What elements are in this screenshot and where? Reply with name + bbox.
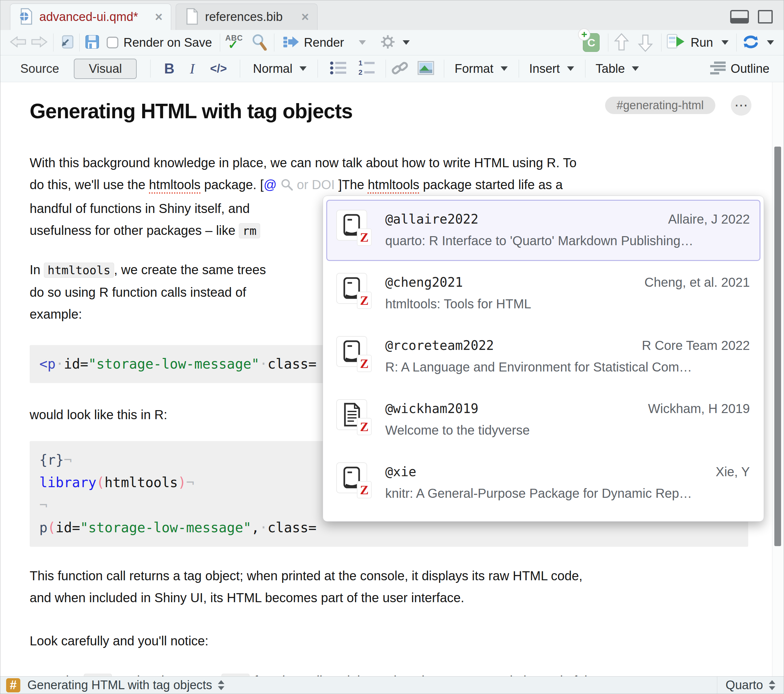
bold-button[interactable]: B [164,61,175,77]
save-icon[interactable] [85,35,100,51]
svg-text:1: 1 [359,60,362,67]
citation-title: R: A Language and Environment for Statis… [385,360,750,374]
rerun-options-caret-icon[interactable] [767,40,774,45]
citation-title: knitr: A General-Purpose Package for Dyn… [385,486,750,501]
status-section-title[interactable]: Generating HTML with tag objects [27,678,212,692]
zotero-badge: Z [357,481,372,498]
citation-placeholder: or DOI [297,178,338,192]
tab-label: advanced-ui.qmd* [40,10,138,24]
gear-icon[interactable] [380,34,395,51]
scrollbar-thumb[interactable] [774,146,781,546]
zotero-badge: Z [357,418,372,435]
citation-author-year: Allaire, J 2022 [668,212,750,227]
inline-code: rm [239,223,260,238]
quarto-file-icon [19,8,33,26]
open-in-new-window-icon[interactable] [59,35,74,51]
citation-title: Welcome to the tidyverse [385,423,750,437]
bullet-list-icon[interactable] [329,61,348,77]
citation-key: @allaire2022 [385,212,478,227]
format-caret-icon[interactable] [501,66,508,71]
go-next-chunk-icon[interactable] [637,33,654,53]
bullet-item: • The <p> tag has become a p() function … [43,669,772,677]
citation-author-year: R Core Team 2022 [642,338,750,353]
window-controls [730,10,773,23]
italic-button[interactable]: I [190,61,195,77]
maximize-pane-icon[interactable] [758,10,773,23]
insert-menu[interactable]: Insert [529,62,560,76]
misspelled-word: htmltools [149,178,201,192]
citation-author-year: Cheng, et al. 2021 [644,275,750,289]
forward-icon[interactable] [31,35,48,51]
tab-label: references.bib [205,10,283,24]
close-tab-icon[interactable]: × [155,10,163,24]
mode-label: Quarto [726,678,763,692]
tab-references-bib[interactable]: references.bib × [176,3,318,30]
file-icon [184,8,199,26]
reference-type-icon: Z [336,210,367,241]
citation-item[interactable]: Z @cheng2021 Cheng, et al. 2021 htmltool… [326,263,761,324]
numbered-list-icon[interactable]: 12 [358,60,376,77]
outline-icon[interactable] [710,61,726,76]
table-menu[interactable]: Table [596,62,625,76]
run-icon[interactable] [667,34,686,51]
render-icon[interactable] [283,35,300,50]
search-icon[interactable] [252,33,268,52]
outline-toggle[interactable]: Outline [731,62,769,76]
source-mode-button[interactable]: Source [20,62,59,76]
reference-type-icon: Z [336,462,367,493]
back-icon[interactable] [9,35,27,51]
reference-type-icon: Z [336,399,367,430]
citation-key: @rcoreteam2022 [385,338,494,353]
citation-item[interactable]: Z @allaire2022 Allaire, J 2022 quarto: R… [326,200,761,261]
link-icon[interactable] [391,59,408,78]
code-button[interactable]: </> [210,62,227,76]
vertical-scrollbar[interactable] [772,82,784,677]
citation-author-year: Xie, Y [716,465,750,479]
svg-text:2: 2 [359,68,362,76]
run-button[interactable]: Run [690,36,713,49]
go-previous-chunk-icon[interactable] [613,33,629,53]
gear-caret-icon[interactable] [403,40,410,45]
render-options-caret-icon[interactable] [359,40,366,45]
citation-at-sign: @ [264,178,277,192]
image-icon[interactable] [417,61,434,76]
visual-mode-button[interactable]: Visual [74,59,137,79]
citation-completion-popup: Z @allaire2022 Allaire, J 2022 quarto: R… [323,196,764,521]
spellcheck-icon[interactable]: ABC ✓ [225,34,243,51]
close-tab-icon[interactable]: × [301,10,309,24]
mode-selector-icon [769,680,775,690]
citation-key: @cheng2021 [385,275,463,289]
render-button[interactable]: Render [304,36,344,49]
table-caret-icon[interactable] [632,66,639,71]
citation-item[interactable]: Z @wickham2019 Wickham, H 2019 Welcome t… [326,389,761,451]
minimize-pane-icon[interactable] [730,10,749,23]
style-caret-icon[interactable] [300,66,306,71]
citation-title: htmltools: Tools for HTML [385,297,750,311]
format-toolbar: Source Visual B I </> Normal 12 Format I… [0,56,784,82]
bullet-marker: • [43,669,58,677]
paragraph-5: Look carefully and you'll notice: [30,630,772,652]
section-id-badge: #generating-html [605,97,715,114]
main-toolbar: Render on Save ABC ✓ Render + C [0,30,784,56]
paragraph-style-dropdown[interactable]: Normal [253,62,292,76]
insert-chunk-button[interactable]: + C [583,33,600,52]
citation-item[interactable]: Z @xie Xie, Y knitr: A General-Purpose P… [326,452,761,513]
section-hash-icon: # [6,678,20,692]
citation-key: @xie [385,464,416,479]
citation-key: @wickham2019 [385,401,478,416]
rstudio-window: advanced-ui.qmd* × references.bib × [0,0,784,694]
render-on-save-checkbox[interactable] [107,37,118,48]
citation-item[interactable]: Z @rcoreteam2022 R Core Team 2022 R: A L… [326,326,761,387]
insert-caret-icon[interactable] [567,66,574,71]
format-menu[interactable]: Format [455,62,493,76]
document-mode-selector[interactable]: Quarto [717,678,784,692]
zotero-badge: Z [357,229,372,246]
section-selector-icon[interactable] [218,680,224,690]
run-options-caret-icon[interactable] [721,40,728,45]
citation-search-icon[interactable] [280,176,293,197]
misspelled-word: htmltools [368,178,419,192]
section-menu-button[interactable]: ⋯ [731,95,751,116]
tab-advanced-ui-qmd[interactable]: advanced-ui.qmd* × [10,3,171,30]
rerun-icon[interactable] [742,34,760,51]
reference-type-icon: Z [336,336,367,367]
